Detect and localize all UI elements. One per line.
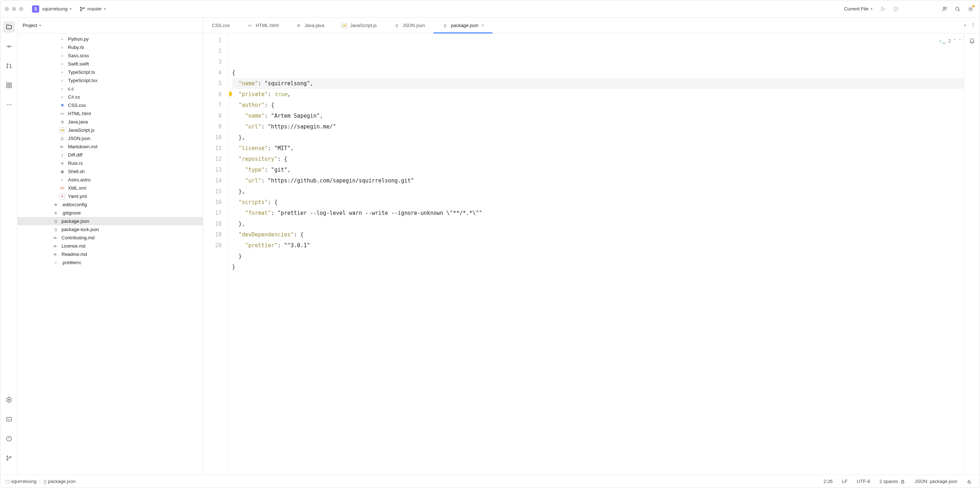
- line-number[interactable]: 19: [203, 229, 222, 240]
- problems-tool-button[interactable]: [3, 433, 15, 445]
- line-number[interactable]: 2: [203, 46, 222, 56]
- code-editor[interactable]: ✓⁔ 2 ˄ ˅ { "name": "squirrelsong", "priv…: [229, 33, 964, 475]
- code-line[interactable]: "license": "MIT",: [232, 143, 964, 154]
- intention-bulb-icon[interactable]: [229, 91, 232, 96]
- pull-requests-tool-button[interactable]: [3, 60, 15, 72]
- line-number[interactable]: 18: [203, 218, 222, 229]
- readonly-toggle[interactable]: [964, 479, 975, 484]
- tree-item[interactable]: </>XML.xml: [18, 184, 203, 192]
- run-tool-button[interactable]: [3, 394, 15, 405]
- tree-item[interactable]: ≡c.c: [18, 85, 203, 93]
- tree-item[interactable]: ⚙.editorconfig: [18, 201, 203, 209]
- run-button[interactable]: [878, 4, 888, 14]
- editor-tab[interactable]: {}package.json×: [434, 18, 493, 33]
- minimize-window-icon[interactable]: [12, 7, 16, 11]
- tree-item[interactable]: ≡Astro.astro: [18, 175, 203, 184]
- line-number[interactable]: 15: [203, 186, 222, 197]
- next-highlight[interactable]: ˅: [959, 36, 961, 46]
- run-config-selector[interactable]: Current File ▾: [842, 5, 875, 13]
- line-number[interactable]: 5: [203, 78, 222, 89]
- prev-highlight[interactable]: ˄: [954, 36, 956, 46]
- code-line[interactable]: "private": true,: [232, 89, 964, 100]
- code-line[interactable]: "format": "prettier --log-level warn --w…: [232, 208, 964, 218]
- code-line[interactable]: }: [232, 251, 964, 262]
- code-line[interactable]: [232, 273, 964, 283]
- tree-item[interactable]: M↓Contributing.md: [18, 234, 203, 242]
- tree-item[interactable]: ±Diff.diff: [18, 151, 203, 159]
- editor-tab[interactable]: JSJavaScript.js: [333, 18, 385, 33]
- tree-item[interactable]: ⛭Rust.rs: [18, 159, 203, 167]
- code-line[interactable]: },: [232, 132, 964, 143]
- tree-item[interactable]: M↓License.md: [18, 242, 203, 250]
- line-number[interactable]: 3: [203, 56, 222, 67]
- tree-item[interactable]: ≡Python.py: [18, 35, 203, 43]
- tree-item[interactable]: {}package.json: [18, 217, 203, 225]
- line-number[interactable]: 13: [203, 164, 222, 175]
- tree-item[interactable]: ≡C#.cs: [18, 93, 203, 101]
- tree-item[interactable]: ≡Swift.swift: [18, 60, 203, 68]
- file-encoding[interactable]: UTF-8: [854, 478, 873, 484]
- settings-button[interactable]: [966, 4, 975, 14]
- indent-settings[interactable]: 2 spaces: [877, 478, 908, 484]
- tree-item[interactable]: M↓Markdown.md: [18, 142, 203, 151]
- line-number[interactable]: 1: [203, 35, 222, 46]
- line-number[interactable]: 16: [203, 197, 222, 208]
- code-line[interactable]: "author": {: [232, 100, 964, 110]
- tree-item[interactable]: ≡.prettierrc: [18, 258, 203, 267]
- editor-tab[interactable]: ☕Java.java: [287, 18, 333, 33]
- tree-item[interactable]: ▣Shell.sh: [18, 167, 203, 175]
- close-window-icon[interactable]: [5, 7, 9, 11]
- code-line[interactable]: "type": "git",: [232, 164, 964, 175]
- line-number-gutter[interactable]: 1234567891011121314151617181920: [203, 33, 229, 475]
- line-number[interactable]: 7: [203, 100, 222, 110]
- editor-tab[interactable]: {}JSON.json: [385, 18, 434, 33]
- inspection-widget[interactable]: ✓⁔ 2 ˄ ˅: [939, 36, 961, 46]
- editor-tab[interactable]: CSS.css: [203, 18, 239, 33]
- project-tool-button[interactable]: [3, 21, 15, 33]
- maximize-window-icon[interactable]: [19, 7, 23, 11]
- vcs-branch-selector[interactable]: master ▾: [77, 5, 108, 13]
- tree-item[interactable]: ☕Java.java: [18, 118, 203, 126]
- tree-item[interactable]: <>HTML.html: [18, 109, 203, 118]
- breadcrumb[interactable]: ▢ squirrelsong › {} package.json: [5, 478, 76, 484]
- more-tool-button[interactable]: [3, 99, 15, 110]
- tree-item[interactable]: YYaml.yml: [18, 192, 203, 201]
- close-tab-icon[interactable]: ×: [481, 23, 484, 28]
- code-line[interactable]: "url": "https://sapegin.me/": [232, 121, 964, 132]
- code-line[interactable]: "name": "Artem Sapegin",: [232, 110, 964, 121]
- terminal-tool-button[interactable]: [3, 413, 15, 425]
- tab-list-dropdown[interactable]: ▾: [964, 23, 966, 27]
- line-number[interactable]: 20: [203, 240, 222, 251]
- line-number[interactable]: 9: [203, 121, 222, 132]
- line-number[interactable]: 4: [203, 67, 222, 78]
- code-line[interactable]: "repository": {: [232, 154, 964, 164]
- notifications-button[interactable]: [969, 38, 975, 45]
- line-number[interactable]: 6: [203, 89, 222, 100]
- tree-item[interactable]: ≡Sass.scss: [18, 51, 203, 60]
- line-number[interactable]: 17: [203, 208, 222, 218]
- code-line[interactable]: "prettier": "^3.0.1": [232, 240, 964, 251]
- line-number[interactable]: 8: [203, 110, 222, 121]
- commit-tool-button[interactable]: [3, 41, 15, 52]
- code-line[interactable]: "name": "squirrelsong",: [232, 78, 964, 89]
- tree-item[interactable]: ≡TypeScript.ts: [18, 68, 203, 76]
- vcs-tool-button[interactable]: [3, 452, 15, 464]
- code-line[interactable]: }: [232, 262, 964, 273]
- cursor-position[interactable]: 2:26: [821, 478, 835, 484]
- language-schema[interactable]: JSON: package.json: [912, 478, 960, 484]
- debug-button[interactable]: [891, 4, 900, 14]
- tree-item[interactable]: {}package-lock.json: [18, 225, 203, 234]
- project-selector[interactable]: S squirrelsong ▾: [30, 4, 74, 14]
- code-line[interactable]: "scripts": {: [232, 197, 964, 208]
- line-number[interactable]: 12: [203, 154, 222, 164]
- tree-item[interactable]: JSJavaScript.js: [18, 126, 203, 134]
- tree-item[interactable]: ≡TypeScript.tsx: [18, 76, 203, 85]
- line-number[interactable]: 11: [203, 143, 222, 154]
- tree-item[interactable]: {}JSON.json: [18, 134, 203, 142]
- code-line[interactable]: "devDependencies": {: [232, 229, 964, 240]
- tree-item[interactable]: M↓Readme.md: [18, 250, 203, 258]
- code-line[interactable]: {: [232, 67, 964, 78]
- code-line[interactable]: "url": "https://github.com/sapegin/squir…: [232, 175, 964, 186]
- tree-item[interactable]: ⊘.gitignore: [18, 209, 203, 217]
- project-sidebar-header[interactable]: Project ▾: [18, 18, 203, 33]
